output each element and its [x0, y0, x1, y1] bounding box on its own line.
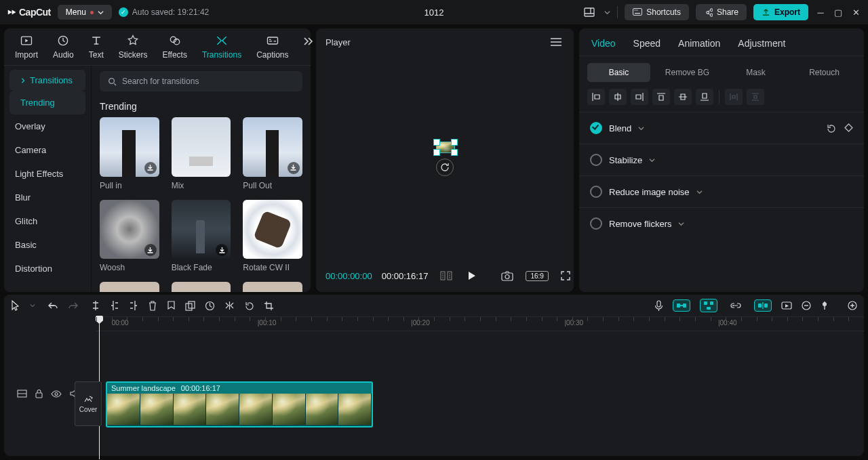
zoom-in-icon[interactable] — [848, 301, 857, 310]
inspector-sub-remove-bg[interactable]: Remove BG — [656, 63, 719, 82]
chevron-down-icon[interactable] — [30, 303, 35, 308]
transition-item[interactable]: Pull Out — [243, 117, 302, 190]
inspector-tab-video[interactable]: Video — [591, 38, 616, 49]
align-bottom-icon[interactable] — [696, 89, 713, 105]
snap-icon[interactable] — [754, 299, 772, 312]
transition-item[interactable] — [172, 282, 231, 292]
library-tab-stickers[interactable]: Stickers — [113, 33, 153, 65]
fullscreen-icon[interactable] — [558, 268, 573, 283]
transition-item[interactable]: Pull in — [100, 117, 159, 190]
refresh-icon[interactable] — [436, 159, 454, 176]
rotate-icon[interactable] — [244, 301, 254, 311]
property-remove-flickers[interactable]: Remove flickers — [579, 207, 864, 239]
checkbox[interactable] — [590, 186, 602, 198]
timeline-clip[interactable]: Summer landscape00:00:16:17 — [106, 381, 373, 427]
trim-left-icon[interactable] — [110, 300, 119, 311]
lock-icon[interactable] — [35, 390, 43, 398]
crop-icon[interactable] — [264, 301, 274, 311]
align-vcenter-icon[interactable] — [674, 89, 692, 105]
chevron-down-icon[interactable] — [638, 125, 644, 131]
library-tab-effects[interactable]: Effects — [157, 33, 192, 65]
chevron-down-icon[interactable] — [649, 157, 655, 163]
inspector-sub-basic[interactable]: Basic — [587, 63, 650, 82]
library-tab-audio[interactable]: Audio — [47, 33, 79, 65]
category-distortion[interactable]: Distortion — [4, 257, 91, 280]
visibility-icon[interactable] — [51, 390, 62, 398]
mirror-icon[interactable] — [224, 301, 235, 310]
align-right-icon[interactable] — [631, 89, 648, 105]
checkbox[interactable] — [590, 154, 602, 166]
trim-right-icon[interactable] — [129, 300, 138, 311]
export-button[interactable]: Export — [753, 4, 808, 20]
category-overlay[interactable]: Overlay — [4, 114, 91, 138]
transition-item[interactable]: Rotate CW II — [243, 200, 302, 273]
download-icon[interactable] — [144, 162, 157, 174]
library-tab-import[interactable]: Import — [9, 33, 43, 65]
close-button[interactable]: ✕ — [850, 7, 861, 18]
minimize-button[interactable]: ─ — [815, 7, 826, 18]
align-hcenter-icon[interactable] — [609, 89, 627, 105]
checkbox[interactable] — [590, 217, 602, 230]
delete-icon[interactable] — [148, 301, 157, 311]
link-icon[interactable] — [727, 301, 745, 310]
preview-canvas[interactable] — [436, 142, 455, 153]
transition-item[interactable]: Woosh — [100, 200, 159, 273]
inspector-tab-adjustment[interactable]: Adjustment — [738, 38, 785, 49]
share-button[interactable]: Share — [696, 4, 747, 20]
property-stabilize[interactable]: Stabilize — [579, 144, 864, 175]
category-header[interactable]: Transitions — [9, 70, 85, 91]
chevron-down-icon[interactable] — [696, 189, 703, 195]
library-tab-transitions[interactable]: Transitions — [197, 33, 247, 65]
pointer-tool-icon[interactable] — [11, 300, 20, 311]
redo-icon[interactable] — [68, 301, 79, 310]
transition-item[interactable]: Black Fade — [172, 200, 231, 273]
chevron-down-icon[interactable] — [678, 221, 684, 227]
zoom-slider-icon[interactable] — [821, 300, 829, 311]
category-trending[interactable]: Trending — [9, 91, 85, 114]
download-icon[interactable] — [288, 162, 300, 174]
transition-item[interactable]: Mix — [172, 117, 231, 190]
aspect-ratio[interactable]: 16:9 — [526, 271, 548, 281]
property-reduce-image-noise[interactable]: Reduce image noise — [579, 175, 864, 207]
align-left-icon[interactable] — [587, 89, 605, 105]
magnet-main-icon[interactable] — [673, 299, 690, 312]
keyframe-icon[interactable] — [844, 123, 853, 133]
search-input[interactable]: Search for transitions — [100, 71, 302, 91]
library-tab-text[interactable]: Text — [83, 33, 109, 65]
maximize-button[interactable]: ▢ — [833, 7, 844, 18]
marker-icon[interactable] — [167, 301, 176, 311]
zoom-out-icon[interactable] — [802, 301, 811, 310]
download-icon[interactable] — [144, 244, 157, 256]
snapshot-icon[interactable] — [498, 268, 516, 284]
toggle-adjustment-icon[interactable] — [17, 390, 27, 398]
reverse-icon[interactable] — [205, 301, 215, 311]
transition-item[interactable] — [100, 282, 159, 292]
align-top-icon[interactable] — [652, 89, 670, 105]
property-blend[interactable]: Blend — [579, 112, 864, 144]
transition-item[interactable] — [243, 282, 302, 292]
layout-icon[interactable] — [581, 5, 597, 20]
menu-button[interactable]: Menu — [58, 5, 112, 20]
checkbox[interactable] — [590, 122, 602, 134]
preview-render-icon[interactable] — [781, 301, 792, 310]
compare-icon[interactable] — [437, 268, 455, 283]
cover-button[interactable]: Cover — [75, 381, 102, 426]
inspector-tab-animation[interactable]: Animation — [678, 38, 720, 49]
split-icon[interactable] — [91, 300, 100, 311]
inspector-sub-mask[interactable]: Mask — [724, 63, 787, 82]
inspector-sub-retouch[interactable]: Retouch — [793, 63, 856, 82]
tabs-overflow-icon[interactable] — [298, 33, 317, 50]
play-button[interactable] — [465, 268, 479, 283]
download-icon[interactable] — [216, 244, 228, 256]
magnet-track-icon[interactable] — [700, 299, 717, 312]
inspector-tab-speed[interactable]: Speed — [633, 38, 660, 49]
category-light-effects[interactable]: Light Effects — [4, 162, 91, 186]
player-menu-icon[interactable] — [548, 35, 564, 49]
category-blur[interactable]: Blur — [4, 186, 91, 209]
undo-icon[interactable] — [47, 301, 58, 310]
library-tab-captions[interactable]: Captions — [251, 33, 294, 65]
shortcuts-button[interactable]: Shortcuts — [625, 4, 689, 20]
category-basic[interactable]: Basic — [4, 233, 91, 257]
mic-icon[interactable] — [654, 300, 663, 312]
category-camera[interactable]: Camera — [4, 138, 91, 162]
